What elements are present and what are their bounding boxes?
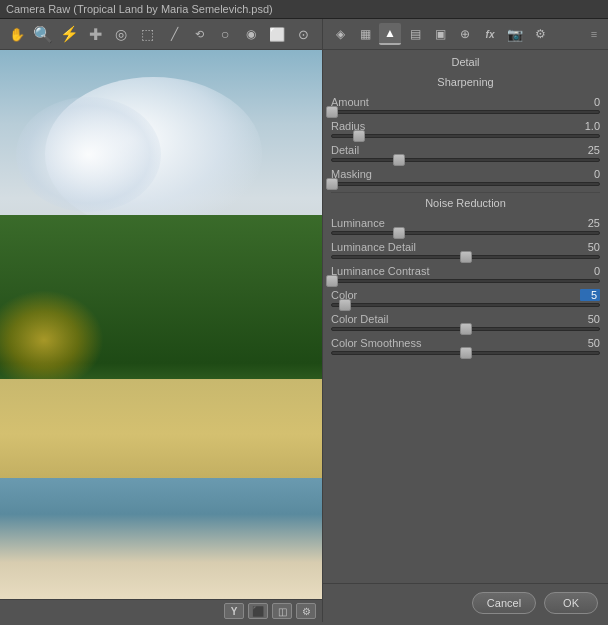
split-toning-button[interactable]: ▣ [429,23,451,45]
spot-removal-tool[interactable]: ○ [214,23,236,45]
detail-section-title: Detail [331,56,600,68]
beach-layer [0,379,322,489]
color-smoothness-param: Color Smoothness 50 [331,337,600,355]
color-param: Color 5 [331,289,600,307]
camera-calibration-button[interactable]: 📷 [504,23,526,45]
color-slider-track[interactable] [331,303,600,307]
adjustment-brush-tool[interactable]: ⬜ [266,23,288,45]
detail-value: 25 [580,144,600,156]
color-detail-param: Color Detail 50 [331,313,600,331]
radius-value: 1.0 [580,120,600,132]
hsl-button[interactable]: ▤ [404,23,426,45]
detail-panel-content: Detail Sharpening Amount 0 Radius 1.0 [323,50,608,583]
left-panel: ✋ 🔍 ⚡ ✚ ◎ ⬚ ╱ ⟲ ○ ◉ ⬜ ⊙ [0,19,322,622]
color-slider-thumb[interactable] [339,299,351,311]
luminance-contrast-slider-track[interactable] [331,279,600,283]
right-toolbar: ◈ ▦ ▲ ▤ ▣ ⊕ fx 📷 ⚙ ≡ [323,19,608,50]
color-detail-label: Color Detail [331,313,388,325]
radius-slider-thumb[interactable] [353,130,365,142]
detail-slider-track[interactable] [331,158,600,162]
targeted-adjustment-tool[interactable]: ◎ [110,23,132,45]
luminance-contrast-value: 0 [580,265,600,277]
title-text: Camera Raw (Tropical Land by Maria Semel… [6,3,273,15]
right-panel: ◈ ▦ ▲ ▤ ▣ ⊕ fx 📷 ⚙ ≡ Detail Sharpening A… [322,19,608,622]
luminance-detail-value: 50 [580,241,600,253]
luminance-slider-thumb[interactable] [393,227,405,239]
title-bar: Camera Raw (Tropical Land by Maria Semel… [0,0,608,19]
basic-panel-button[interactable]: ◈ [329,23,351,45]
luminance-value: 25 [580,217,600,229]
radius-param: Radius 1.0 [331,120,600,138]
graduated-filter-tool[interactable]: ⊙ [292,23,314,45]
luminance-detail-label: Luminance Detail [331,241,416,253]
image-bottom-bar: Y ⬛ ◫ ⚙ [0,599,322,622]
detail-slider-thumb[interactable] [393,154,405,166]
water-layer [0,478,322,599]
masking-slider-track[interactable] [331,182,600,186]
luminance-detail-param: Luminance Detail 50 [331,241,600,259]
image-canvas [0,50,322,599]
zoom-tool[interactable]: 🔍 [32,23,54,45]
cancel-button[interactable]: Cancel [472,592,536,614]
luminance-contrast-label: Luminance Contrast [331,265,429,277]
detail-label: Detail [331,144,359,156]
color-smoothness-slider-thumb[interactable] [460,347,472,359]
luminance-slider-track[interactable] [331,231,600,235]
color-detail-slider-track[interactable] [331,327,600,331]
tone-curve-button[interactable]: ▦ [354,23,376,45]
color-detail-value: 50 [580,313,600,325]
masking-value: 0 [580,168,600,180]
effects-button[interactable]: fx [479,23,501,45]
color-value: 5 [580,289,600,301]
toolbar: ✋ 🔍 ⚡ ✚ ◎ ⬚ ╱ ⟲ ○ ◉ ⬜ ⊙ [0,19,322,50]
settings-button[interactable]: ⚙ [296,603,316,619]
before-after-button[interactable]: ⬛ [248,603,268,619]
luminance-detail-slider-track[interactable] [331,255,600,259]
detail-button[interactable]: ▲ [379,23,401,45]
luminance-contrast-slider-thumb[interactable] [326,275,338,287]
sharpening-title: Sharpening [331,76,600,88]
luminance-detail-slider-thumb[interactable] [460,251,472,263]
image-preview [0,50,322,599]
amount-param: Amount 0 [331,96,600,114]
luminance-param: Luminance 25 [331,217,600,235]
info-button[interactable]: Y [224,603,244,619]
ok-button[interactable]: OK [544,592,598,614]
amount-value: 0 [580,96,600,108]
sun-glow [0,290,104,390]
presets-button[interactable]: ⚙ [529,23,551,45]
preview-button[interactable]: ◫ [272,603,292,619]
luminance-contrast-param: Luminance Contrast 0 [331,265,600,283]
color-smoothness-slider-track[interactable] [331,351,600,355]
crop-tool[interactable]: ⬚ [136,23,158,45]
luminance-label: Luminance [331,217,385,229]
red-eye-tool[interactable]: ◉ [240,23,262,45]
hand-tool[interactable]: ✋ [6,23,28,45]
masking-param: Masking 0 [331,168,600,186]
noise-reduction-title: Noise Reduction [331,197,600,209]
color-sampler-tool[interactable]: ✚ [84,23,106,45]
white-balance-tool[interactable]: ⚡ [58,23,80,45]
masking-slider-thumb[interactable] [326,178,338,190]
amount-slider-thumb[interactable] [326,106,338,118]
amount-slider-track[interactable] [331,110,600,114]
straighten-tool[interactable]: ╱ [162,23,184,45]
transform-tool[interactable]: ⟲ [188,23,210,45]
bottom-bar: Cancel OK [323,583,608,622]
color-smoothness-label: Color Smoothness [331,337,422,349]
section-divider [331,192,600,193]
radius-slider-track[interactable] [331,134,600,138]
panel-menu-icon[interactable]: ≡ [586,26,602,42]
color-detail-slider-thumb[interactable] [460,323,472,335]
detail-param: Detail 25 [331,144,600,162]
cloud-2 [16,97,161,212]
lens-corrections-button[interactable]: ⊕ [454,23,476,45]
color-smoothness-value: 50 [580,337,600,349]
